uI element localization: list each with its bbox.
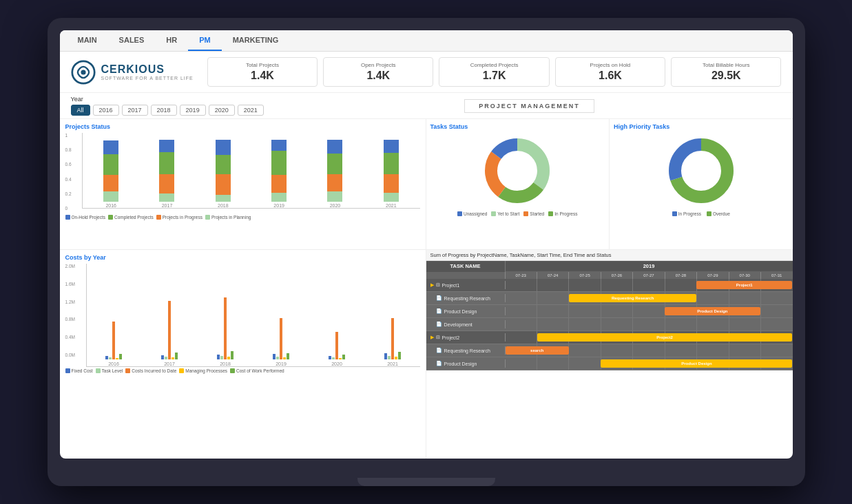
date-07-30: 07-30 [729, 272, 761, 279]
year-btn-2020[interactable]: 2020 [209, 105, 235, 116]
gantt-row-project2: ▶ ⊟ Project2 [426, 331, 793, 344]
legend-yettostart: Yet to Start [491, 211, 519, 216]
high-priority-chart: High Priority Tasks [610, 119, 793, 249]
tab-hr[interactable]: HR [155, 30, 188, 51]
year-filter: Year All 2016 2017 2018 2019 2020 2021 [71, 96, 264, 116]
legend-completed: Completed Projects [108, 215, 154, 220]
date-07-29: 07-29 [697, 272, 729, 279]
svg-point-1 [81, 70, 85, 74]
kpi-billable-hours: Total Billable Hours 29.5K [671, 57, 781, 87]
legend-started: Started [523, 211, 544, 216]
year-btn-2019[interactable]: 2019 [180, 105, 206, 116]
legend-incurred: Costs Incurred to Date [125, 368, 176, 373]
kpi-open-projects: Open Projects 1.4K [323, 57, 433, 87]
gantt-bar-pd-2: Product Design [601, 359, 792, 368]
header: CERKIOUS SOFTWARE FOR A BETTER LIFE Tota… [60, 52, 793, 93]
gantt-header: TASK NAME 2019 [426, 261, 793, 272]
gantt-row-dev-1: 📄 Development [426, 318, 793, 331]
laptop-frame: MAIN SALES HR PM MARKETING CERKIOUS SOFT… [48, 18, 805, 486]
gantt-name-pd-1: 📄 Product Design [426, 307, 506, 315]
gantt-name-dev-1: 📄 Development [426, 320, 506, 328]
svg-point-11 [683, 152, 720, 189]
gantt-row-product-design-2: 📄 Product Design [426, 357, 793, 370]
gantt-bar-req-1: Requesting Research [569, 294, 696, 302]
gantt-section: Sum of Progress by ProjectName, TaskName… [426, 250, 793, 459]
gantt-date-cells: 07-23 07-24 07-25 07-26 07-27 07-28 07-2… [506, 272, 793, 279]
gantt-year-header: 2019 [506, 261, 793, 272]
laptop-base [357, 478, 495, 486]
tab-main[interactable]: MAIN [67, 30, 108, 51]
svg-point-7 [499, 152, 536, 189]
tasks-status-chart: Tasks Status [426, 119, 610, 249]
logo-text: CERKIOUS SOFTWARE FOR A BETTER LIFE [101, 63, 194, 81]
screen: MAIN SALES HR PM MARKETING CERKIOUS SOFT… [60, 30, 793, 459]
logo-area: CERKIOUS SOFTWARE FOR A BETTER LIFE [71, 60, 194, 85]
legend-hp-inprogress: In Progress [672, 211, 701, 216]
year-buttons: All 2016 2017 2018 2019 2020 2021 [71, 105, 264, 116]
legend-planning: Projects in Planning [205, 215, 251, 220]
gantt-name-pd-2: 📄 Product Design [426, 359, 506, 368]
pm-title: PROJECT MANAGEMENT [464, 99, 594, 113]
gantt-bar-project1: Project1 [696, 281, 792, 289]
nav-tabs: MAIN SALES HR PM MARKETING [60, 30, 793, 52]
gantt-body: ▶ ⊟ Project1 [426, 279, 793, 459]
priority-donut-svg [667, 136, 736, 205]
gantt-row-product-design-1: 📄 Product Design [426, 305, 793, 318]
gantt-row-req-research-1: 📄 Requesting Research [426, 292, 793, 305]
gantt-bar-pd-1: Product Design [665, 307, 760, 315]
gantt-cells-req-2: search [506, 344, 793, 357]
gantt-bar-project2: Project2 [537, 333, 793, 342]
date-07-25: 07-25 [569, 272, 601, 279]
legend-hp-overdue: Overdue [707, 211, 730, 216]
year-btn-2017[interactable]: 2017 [122, 105, 148, 116]
year-btn-2016[interactable]: 2016 [93, 105, 119, 116]
gantt-cells-pd-1: Product Design [506, 305, 793, 317]
date-07-26: 07-26 [601, 272, 633, 279]
gantt-name-project2: ▶ ⊟ Project2 [426, 333, 506, 342]
gantt-bar-req-2: search [506, 346, 570, 355]
legend-inprogress-task: In Progress [548, 211, 577, 216]
legend-unassigned: Unassigned [457, 211, 487, 216]
tab-marketing[interactable]: MARKETING [222, 30, 290, 51]
year-btn-2021[interactable]: 2021 [238, 105, 264, 116]
logo-tagline: SOFTWARE FOR A BETTER LIFE [101, 76, 194, 81]
date-07-28: 07-28 [665, 272, 697, 279]
legend-managing: Managing Processes [179, 368, 227, 373]
tab-pm[interactable]: PM [188, 30, 222, 51]
date-07-31: 07-31 [761, 272, 792, 279]
kpi-completed-projects: Completed Projects 1.7K [439, 57, 549, 87]
legend-inprogress: Projects in Progress [156, 215, 202, 220]
gantt-cells-project2: Project2 [506, 331, 793, 344]
year-btn-all[interactable]: All [71, 105, 90, 116]
gantt-cells-project1: Project1 [506, 279, 793, 291]
projects-status-chart: Projects Status 0 0.2 0.4 0.6 0.8 1 [60, 119, 426, 250]
kpi-on-hold: Projects on Hold 1.6K [555, 57, 665, 87]
date-07-27: 07-27 [633, 272, 665, 279]
gantt-cells-req-1: Requesting Research [506, 292, 793, 304]
year-btn-2018[interactable]: 2018 [151, 105, 177, 116]
gantt-name-req-1: 📄 Requesting Research [426, 294, 506, 302]
logo-name: CERKIOUS [101, 63, 194, 76]
logo-icon [71, 60, 96, 85]
date-07-23: 07-23 [506, 272, 537, 279]
kpi-cards: Total Projects 1.4K Open Projects 1.4K C… [207, 57, 782, 87]
gantt-row-req-research-2: 📄 Requesting Research [426, 344, 793, 357]
date-07-24: 07-24 [537, 272, 569, 279]
gantt-title: Sum of Progress by ProjectName, TaskName… [426, 250, 793, 261]
costs-chart: Costs by Year 0.0M 0.4M 0.8M 1.2M 1.6M 2… [60, 250, 426, 459]
gantt-name-req-2: 📄 Requesting Research [426, 346, 506, 355]
legend-task: Task Level [96, 368, 123, 373]
gantt-row-project1: ▶ ⊟ Project1 [426, 279, 793, 292]
tasks-donut-svg [483, 136, 552, 205]
tab-sales[interactable]: SALES [108, 30, 156, 51]
legend-work: Cost of Work Performed [230, 368, 284, 373]
gantt-name-project1: ▶ ⊟ Project1 [426, 281, 506, 289]
kpi-total-projects: Total Projects 1.4K [207, 57, 318, 87]
gantt-dates-row: 07-23 07-24 07-25 07-26 07-27 07-28 07-2… [426, 272, 793, 279]
legend-onhold: On-Hold Projects [65, 215, 106, 220]
gantt-cells-pd-2: Product Design [506, 357, 793, 370]
gantt-cells-dev-1 [506, 318, 793, 330]
legend-fixed: Fixed Cost [65, 368, 93, 373]
